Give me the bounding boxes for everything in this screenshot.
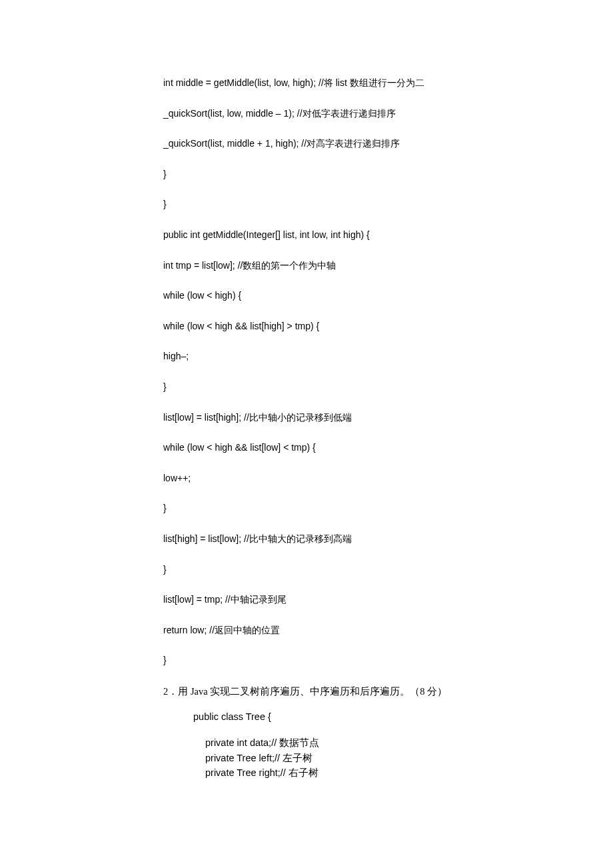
- code-line: low++;: [0, 472, 613, 485]
- code-line: while (low < high && list[low] < tmp) {: [0, 441, 613, 455]
- code-line: high–;: [0, 350, 613, 363]
- question-number: 2．: [163, 686, 178, 697]
- code-line: }: [0, 381, 613, 394]
- code-line: int middle = getMiddle(list, low, high);…: [0, 77, 613, 90]
- field-declaration: private Tree right;// 右子树: [0, 765, 613, 780]
- code-line: }: [0, 502, 613, 515]
- code-line: while (low < high && list[high] > tmp) {: [0, 320, 613, 333]
- class-declaration: public class Tree {: [0, 710, 613, 723]
- code-line: public int getMiddle(Integer[] list, int…: [0, 229, 613, 242]
- code-line: }: [0, 563, 613, 577]
- code-line: }: [0, 168, 613, 181]
- code-line: while (low < high) {: [0, 289, 613, 303]
- code-line: _quickSort(list, middle + 1, high); //对高…: [0, 137, 613, 151]
- code-line: list[low] = tmp; //中轴记录到尾: [0, 593, 613, 607]
- code-line: }: [0, 198, 613, 211]
- field-declaration: private int data;// 数据节点: [0, 735, 613, 750]
- question-text: 用 Java 实现二叉树前序遍历、中序遍历和后序遍历。（8 分）: [178, 686, 447, 697]
- code-line: return low; //返回中轴的位置: [0, 624, 613, 637]
- code-line: int tmp = list[low]; //数组的第一个作为中轴: [0, 259, 613, 273]
- code-line: list[high] = list[low]; //比中轴大的记录移到高端: [0, 533, 613, 546]
- code-line: }: [0, 654, 613, 667]
- code-line: _quickSort(list, low, middle – 1); //对低字…: [0, 107, 613, 121]
- document-page: int middle = getMiddle(list, low, high);…: [0, 0, 613, 868]
- field-declaration: private Tree left;// 左子树: [0, 751, 613, 765]
- code-line: list[low] = list[high]; //比中轴小的记录移到低端: [0, 411, 613, 425]
- question-2: 2．用 Java 实现二叉树前序遍历、中序遍历和后序遍历。（8 分）: [0, 685, 613, 698]
